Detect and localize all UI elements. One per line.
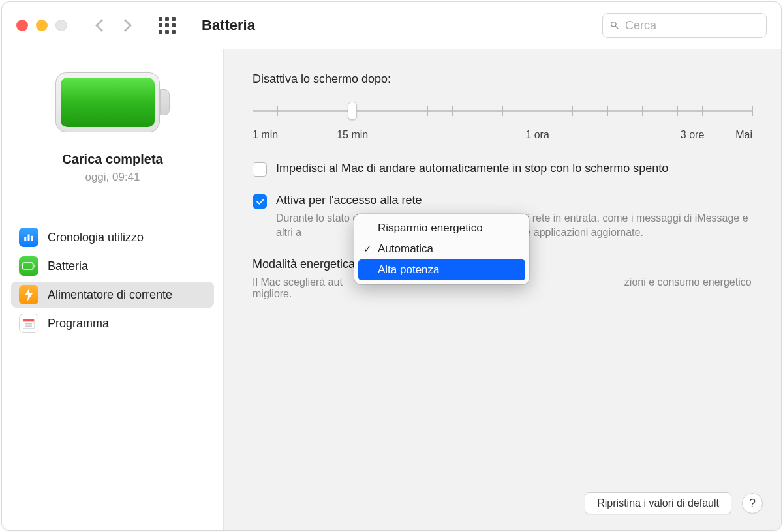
option-label: Attiva per l'accesso alla rete bbox=[276, 194, 752, 207]
back-button[interactable] bbox=[95, 19, 108, 32]
footer: Ripristina i valori di default ? bbox=[585, 492, 763, 514]
window-controls bbox=[16, 20, 67, 31]
svg-rect-5 bbox=[23, 319, 35, 321]
svg-rect-4 bbox=[34, 265, 35, 268]
forward-button[interactable] bbox=[119, 19, 132, 32]
popup-item-low-power[interactable]: Risparmio energetico bbox=[358, 218, 525, 239]
minimize-button[interactable] bbox=[36, 20, 48, 31]
sidebar-item-label: Cronologia utilizzo bbox=[48, 231, 144, 244]
battery-graphic bbox=[55, 72, 170, 132]
sidebar-item-label: Alimentatore di corrente bbox=[48, 288, 172, 302]
zoom-button[interactable] bbox=[55, 20, 67, 31]
restore-defaults-button[interactable]: Ripristina i valori di default bbox=[585, 492, 731, 514]
sidebar-item-battery[interactable]: Batteria bbox=[11, 253, 214, 279]
battery-status-title: Carica completa bbox=[62, 152, 163, 167]
search-input[interactable] bbox=[625, 19, 760, 33]
bolt-icon bbox=[19, 285, 38, 304]
svg-rect-0 bbox=[24, 237, 26, 241]
slider-tick-labels: 1 min 15 min 1 ora 3 ore Mai bbox=[253, 129, 752, 145]
search-icon bbox=[609, 20, 620, 31]
check-icon: ✓ bbox=[363, 243, 372, 255]
slider-knob[interactable] bbox=[348, 102, 357, 120]
checkbox-prevent-sleep[interactable] bbox=[253, 162, 267, 177]
sidebar-item-schedule[interactable]: Programma bbox=[11, 310, 214, 336]
svg-rect-1 bbox=[28, 235, 30, 242]
main-panel: Disattiva lo schermo dopo: bbox=[224, 49, 781, 530]
svg-rect-3 bbox=[23, 263, 33, 269]
sidebar-item-label: Programma bbox=[48, 317, 109, 331]
sidebar: Carica completa oggi, 09:41 Cronologia u… bbox=[2, 49, 224, 530]
option-prevent-sleep: Impedisci al Mac di andare automaticamen… bbox=[253, 162, 752, 177]
slider-label: Disattiva lo schermo dopo: bbox=[253, 72, 752, 86]
display-off-slider[interactable] bbox=[253, 102, 752, 121]
battery-status-sub: oggi, 09:41 bbox=[85, 171, 140, 184]
sidebar-list: Cronologia utilizzo Batteria Alimentator… bbox=[2, 224, 223, 336]
checkbox-wake-network[interactable] bbox=[253, 194, 267, 209]
help-button[interactable]: ? bbox=[742, 493, 763, 514]
content: Carica completa oggi, 09:41 Cronologia u… bbox=[2, 49, 781, 530]
all-prefs-grid-icon[interactable] bbox=[159, 17, 176, 34]
nav-buttons bbox=[97, 21, 130, 30]
titlebar: Batteria bbox=[2, 2, 781, 49]
page-title: Batteria bbox=[202, 17, 255, 34]
sidebar-item-label: Batteria bbox=[48, 259, 88, 273]
energy-mode-popup: Risparmio energetico ✓ Automatica Alta p… bbox=[354, 214, 529, 284]
svg-rect-2 bbox=[31, 236, 33, 241]
sidebar-item-usage-history[interactable]: Cronologia utilizzo bbox=[11, 224, 214, 250]
option-label: Impedisci al Mac di andare automaticamen… bbox=[276, 162, 668, 175]
calendar-icon bbox=[19, 314, 38, 333]
svg-rect-6 bbox=[23, 322, 35, 329]
search-field[interactable] bbox=[602, 13, 767, 38]
popup-item-high-power[interactable]: Alta potenza bbox=[358, 259, 525, 280]
close-button[interactable] bbox=[16, 20, 28, 31]
popup-item-automatic[interactable]: ✓ Automatica bbox=[358, 239, 525, 259]
chart-icon bbox=[19, 228, 38, 247]
battery-icon bbox=[19, 256, 38, 276]
preferences-window: Batteria Carica completa oggi, 09:41 Cro… bbox=[1, 1, 782, 531]
sidebar-item-power-adapter[interactable]: Alimentatore di corrente bbox=[11, 282, 214, 308]
